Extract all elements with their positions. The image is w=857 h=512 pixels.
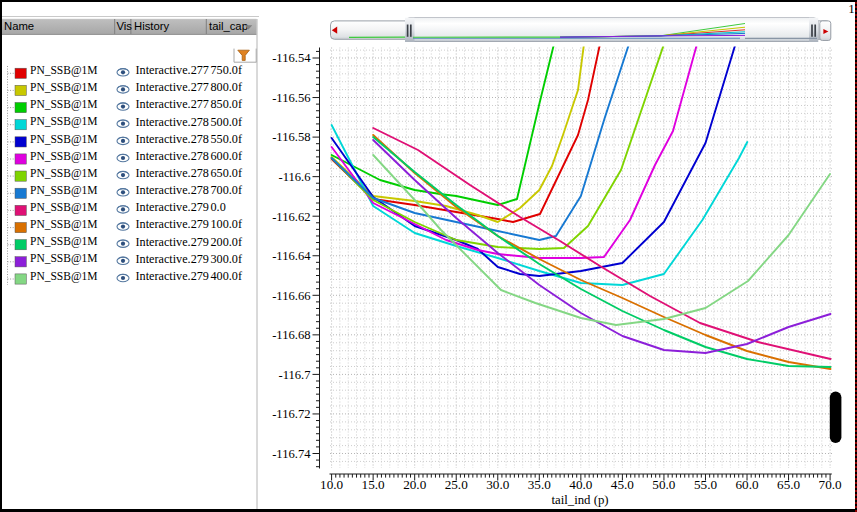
svg-text:65.0: 65.0 <box>777 477 800 492</box>
svg-text:-116.66: -116.66 <box>272 289 310 303</box>
svg-text:-116.54: -116.54 <box>272 51 311 65</box>
svg-text:-116.64: -116.64 <box>272 249 311 263</box>
svg-text:PN_SSB@1M: PN_SSB@1M <box>30 252 97 265</box>
svg-text:PN_SSB@1M: PN_SSB@1M <box>30 235 97 248</box>
svg-text:20.0: 20.0 <box>403 477 426 492</box>
svg-text:Interactive.278: Interactive.278 <box>136 183 209 197</box>
svg-text:550.0f: 550.0f <box>211 132 243 146</box>
svg-text:Interactive.279: Interactive.279 <box>136 200 209 214</box>
svg-text:Interactive.278: Interactive.278 <box>136 115 209 129</box>
svg-text:-116.56: -116.56 <box>272 91 310 105</box>
svg-text:PN_SSB@1M: PN_SSB@1M <box>30 115 97 128</box>
svg-text:PN_SSB@1M: PN_SSB@1M <box>30 218 97 231</box>
svg-text:200.0f: 200.0f <box>211 235 243 249</box>
svg-text:PN_SSB@1M: PN_SSB@1M <box>30 133 97 146</box>
svg-text:800.0f: 800.0f <box>211 80 243 94</box>
svg-text:850.0f: 850.0f <box>211 97 243 111</box>
svg-text:100.0f: 100.0f <box>211 217 243 231</box>
svg-text:Interactive.277: Interactive.277 <box>136 80 209 94</box>
svg-text:PN_SSB@1M: PN_SSB@1M <box>30 98 97 111</box>
svg-text:750.0f: 750.0f <box>211 63 243 77</box>
svg-text:-116.58: -116.58 <box>272 130 310 144</box>
svg-text:45.0: 45.0 <box>611 477 634 492</box>
svg-text:Interactive.278: Interactive.278 <box>136 166 209 180</box>
svg-text:Interactive.279: Interactive.279 <box>136 269 209 283</box>
svg-text:30.0: 30.0 <box>486 477 509 492</box>
svg-text:PN_SSB@1M: PN_SSB@1M <box>30 270 97 283</box>
svg-text:-116.6: -116.6 <box>278 170 310 184</box>
svg-text:10.0: 10.0 <box>320 477 343 492</box>
svg-text:-116.7: -116.7 <box>278 368 310 382</box>
svg-text:60.0: 60.0 <box>735 477 758 492</box>
svg-text:500.0f: 500.0f <box>211 115 243 129</box>
svg-text:History: History <box>134 20 169 32</box>
svg-text:70.0: 70.0 <box>819 477 842 492</box>
svg-text:400.0f: 400.0f <box>211 269 243 283</box>
svg-text:PN_SSB@1M: PN_SSB@1M <box>30 167 97 180</box>
svg-text:Interactive.279: Interactive.279 <box>136 217 209 231</box>
svg-text:15.0: 15.0 <box>362 477 385 492</box>
svg-text:-116.74: -116.74 <box>272 447 311 461</box>
svg-text:35.0: 35.0 <box>528 477 551 492</box>
svg-text:PN_SSB@1M: PN_SSB@1M <box>30 184 97 197</box>
svg-text:tail_cap: tail_cap <box>209 20 248 32</box>
svg-text:700.0f: 700.0f <box>211 183 243 197</box>
svg-text:PN_SSB@1M: PN_SSB@1M <box>30 64 97 77</box>
svg-text:PN_SSB@1M: PN_SSB@1M <box>30 201 97 214</box>
svg-text:40.0: 40.0 <box>569 477 592 492</box>
svg-text:0.0: 0.0 <box>211 200 226 214</box>
svg-text:50.0: 50.0 <box>652 477 675 492</box>
svg-text:PN_SSB@1M: PN_SSB@1M <box>30 81 97 94</box>
svg-text:Name: Name <box>4 20 34 32</box>
svg-text:-116.62: -116.62 <box>272 210 310 224</box>
svg-text:tail_ind (p): tail_ind (p) <box>551 493 608 507</box>
svg-text:55.0: 55.0 <box>694 477 717 492</box>
svg-text:600.0f: 600.0f <box>211 149 243 163</box>
svg-text:-116.72: -116.72 <box>272 407 310 421</box>
svg-text:300.0f: 300.0f <box>211 252 243 266</box>
svg-text:25.0: 25.0 <box>445 477 468 492</box>
svg-text:Interactive.279: Interactive.279 <box>136 252 209 266</box>
svg-text:Interactive.279: Interactive.279 <box>136 235 209 249</box>
svg-text:Vis: Vis <box>117 20 133 32</box>
svg-text:PN_SSB@1M: PN_SSB@1M <box>30 150 97 163</box>
svg-text:Interactive.278: Interactive.278 <box>136 149 209 163</box>
svg-text:-116.68: -116.68 <box>272 328 310 342</box>
svg-text:Interactive.277: Interactive.277 <box>136 97 209 111</box>
svg-text:1: 1 <box>848 1 855 16</box>
svg-text:Interactive.278: Interactive.278 <box>136 132 209 146</box>
svg-text:650.0f: 650.0f <box>211 166 243 180</box>
svg-text:Interactive.277: Interactive.277 <box>136 63 209 77</box>
